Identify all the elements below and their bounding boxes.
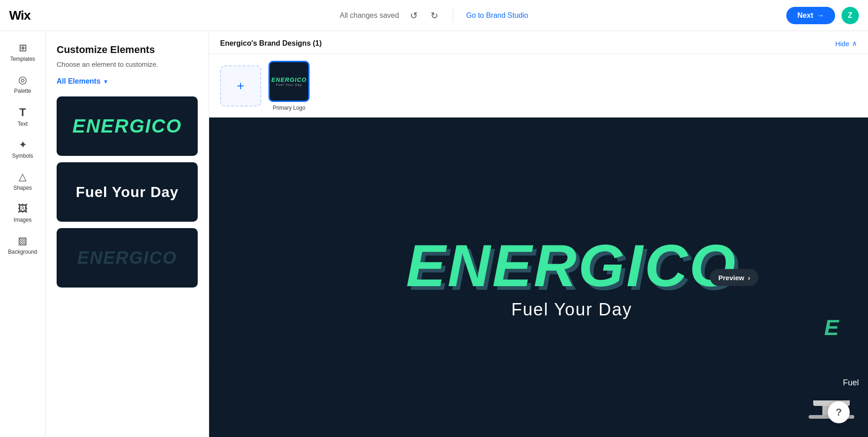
canvas-area: Energico's Brand Designs (1) Hide ∧ + EN…	[209, 31, 868, 437]
redo-button[interactable]: ↻	[429, 8, 440, 23]
card-energico-green-text: ENERGICO	[72, 115, 182, 137]
help-icon: ?	[836, 406, 842, 418]
wix-logo: Wix	[9, 8, 31, 23]
preview-button[interactable]: Preview ›	[710, 269, 758, 286]
logo-thumb-sub-text: Fuel Your Day	[276, 83, 302, 86]
element-card-fuel[interactable]: Fuel Your Day	[57, 162, 198, 222]
sidebar-item-symbols[interactable]: ✦ Symbols	[3, 134, 42, 164]
text-icon: T	[19, 106, 26, 119]
symbols-icon: ✦	[19, 139, 27, 151]
images-icon: 🖼	[18, 203, 28, 215]
monitor-screen-letter: E	[824, 315, 839, 340]
panel-title: Customize Elements	[57, 44, 198, 56]
sidebar-icons: ⊞ Templates ◎ Palette T Text ✦ Symbols △…	[0, 31, 46, 437]
shapes-icon: △	[19, 171, 26, 183]
templates-icon: ⊞	[19, 42, 27, 54]
next-button[interactable]: Next →	[786, 7, 835, 24]
sidebar-item-templates[interactable]: ⊞ Templates	[3, 37, 42, 67]
hide-label: Hide	[835, 40, 849, 48]
panel-filter-row: All Elements ▾	[57, 77, 198, 85]
sidebar-item-background[interactable]: ▨ Background	[3, 230, 42, 260]
brand-designs-title: Energico's Brand Designs (1)	[220, 39, 322, 48]
primary-logo-thumb: ENERGICO Fuel Your Day	[268, 61, 310, 102]
sidebar-item-palette[interactable]: ◎ Palette	[3, 69, 42, 99]
add-icon: +	[237, 79, 244, 93]
add-logo-button[interactable]: +	[220, 65, 261, 107]
background-label: Background	[8, 249, 37, 255]
canvas-main-content: ENERGICO ENERGICO Fuel Your Day	[406, 235, 737, 319]
sidebar-item-shapes[interactable]: △ Shapes	[3, 166, 42, 196]
canvas-brand-name: ENERGICO	[406, 232, 737, 298]
undo-button[interactable]: ↺	[408, 8, 420, 23]
topbar-divider	[453, 9, 453, 22]
card-fuel-text: Fuel Your Day	[76, 184, 179, 201]
element-cards: ENERGICO Fuel Your Day ENERGICO	[57, 96, 198, 288]
avatar[interactable]: Z	[842, 7, 859, 24]
monitor-fuel-label: Fuel	[843, 378, 859, 388]
main-body: ⊞ Templates ◎ Palette T Text ✦ Symbols △…	[0, 31, 868, 437]
next-arrow-icon: →	[817, 11, 824, 20]
monitor-partial: E Fuel	[781, 254, 868, 437]
canvas-tagline: Fuel Your Day	[511, 299, 632, 319]
help-button[interactable]: ?	[828, 401, 850, 423]
topbar-center: All changes saved ↺ ↻ Go to Brand Studio	[340, 8, 528, 23]
panel: Customize Elements Choose an element to …	[46, 31, 209, 437]
canvas-energico-wrapper: ENERGICO ENERGICO	[406, 235, 737, 295]
element-card-dark[interactable]: ENERGICO	[57, 228, 198, 288]
brand-studio-button[interactable]: Go to Brand Studio	[466, 11, 528, 20]
brand-header: Energico's Brand Designs (1) Hide ∧	[209, 31, 868, 54]
palette-label: Palette	[14, 88, 31, 94]
background-icon: ▨	[18, 235, 27, 247]
primary-logo-label: Primary Logo	[273, 105, 305, 111]
hide-button[interactable]: Hide ∧	[835, 39, 857, 48]
logo-item-primary[interactable]: ENERGICO Fuel Your Day Primary Logo	[268, 61, 310, 111]
filter-label[interactable]: All Elements	[57, 77, 100, 85]
next-label: Next	[797, 11, 813, 20]
images-label: Images	[14, 217, 32, 223]
topbar: Wix All changes saved ↺ ↻ Go to Brand St…	[0, 0, 868, 31]
palette-icon: ◎	[18, 74, 27, 86]
preview-arrow-icon: ›	[748, 273, 750, 281]
symbols-label: Symbols	[12, 153, 33, 159]
card-energico-dark-text: ENERGICO	[77, 248, 177, 268]
saved-status: All changes saved	[340, 11, 399, 20]
shapes-label: Shapes	[13, 185, 32, 191]
topbar-right: Next → Z	[779, 7, 859, 24]
element-card-green[interactable]: ENERGICO	[57, 96, 198, 156]
text-label: Text	[17, 121, 27, 127]
canvas-preview: ENERGICO ENERGICO Fuel Your Day E Fuel P…	[209, 117, 868, 437]
sidebar-item-text[interactable]: T Text	[3, 101, 42, 132]
panel-subtitle: Choose an element to customize.	[57, 60, 198, 68]
chevron-up-icon: ∧	[852, 39, 857, 48]
logo-thumb-main-text: ENERGICO	[271, 76, 306, 83]
chevron-down-icon[interactable]: ▾	[104, 78, 107, 85]
preview-label: Preview	[718, 273, 744, 281]
templates-label: Templates	[10, 56, 35, 62]
brand-logos-row: + ENERGICO Fuel Your Day Primary Logo	[209, 54, 868, 117]
sidebar-item-images[interactable]: 🖼 Images	[3, 198, 42, 228]
